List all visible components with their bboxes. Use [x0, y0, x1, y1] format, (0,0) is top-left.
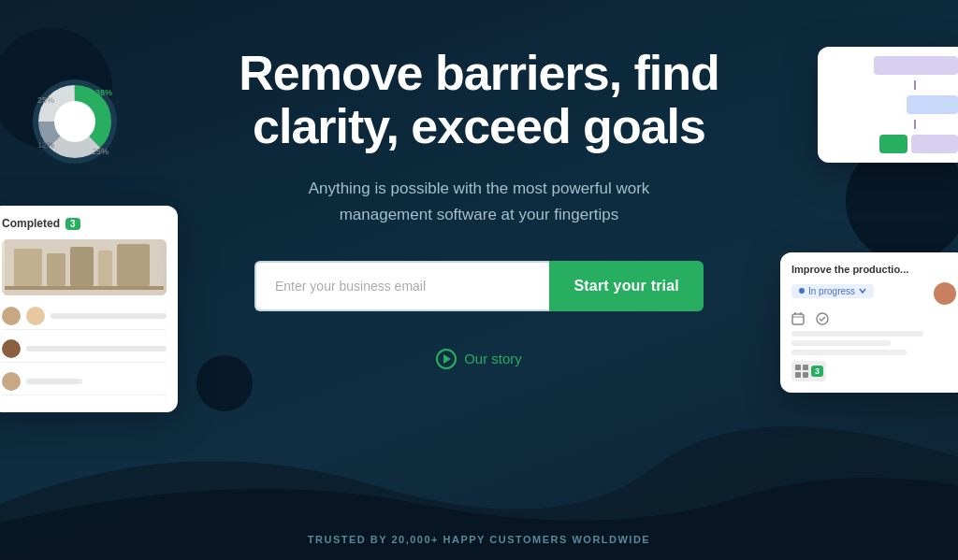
our-story-link[interactable]: Our story	[436, 349, 522, 369]
hero-subtitle: Anything is possible with the most power…	[301, 176, 657, 226]
hero-content: Remove barriers, find clarity, exceed go…	[0, 47, 958, 369]
play-icon	[436, 349, 457, 369]
play-triangle	[443, 354, 451, 364]
svg-rect-24	[795, 372, 801, 378]
trusted-badge: TRUSTED BY 20,000+ HAPPY CUSTOMERS WORLD…	[308, 534, 650, 545]
start-trial-button[interactable]: Start your trial	[549, 261, 704, 311]
svg-rect-25	[803, 372, 808, 378]
hero-section: 38% 25% 12% 25% Completed 3	[0, 0, 958, 560]
our-story-label: Our story	[464, 351, 522, 366]
list-item	[2, 368, 167, 395]
email-form: Start your trial	[254, 261, 704, 311]
email-input[interactable]	[254, 261, 549, 311]
task-line	[26, 379, 82, 384]
page-title: Remove barriers, find clarity, exceed go…	[189, 47, 769, 153]
avatar	[2, 372, 21, 391]
